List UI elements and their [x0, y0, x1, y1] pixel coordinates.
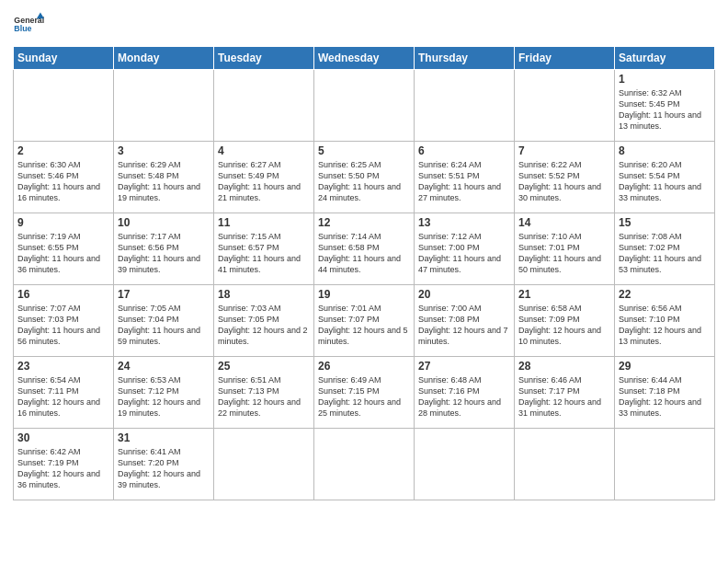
weekday-header-tuesday: Tuesday [214, 47, 314, 70]
day-number: 23 [17, 360, 109, 373]
day-info: Sunrise: 6:25 AM Sunset: 5:50 PM Dayligh… [318, 159, 410, 204]
day-number: 2 [17, 144, 109, 157]
calendar-week-3: 9Sunrise: 7:19 AM Sunset: 6:55 PM Daylig… [14, 213, 715, 285]
calendar-cell: 7Sunrise: 6:22 AM Sunset: 5:52 PM Daylig… [515, 142, 615, 213]
day-number: 21 [518, 288, 610, 301]
day-number: 1 [619, 73, 711, 86]
calendar-week-2: 2Sunrise: 6:30 AM Sunset: 5:46 PM Daylig… [14, 142, 715, 213]
calendar-cell: 18Sunrise: 7:03 AM Sunset: 7:05 PM Dayli… [214, 285, 314, 357]
day-info: Sunrise: 6:29 AM Sunset: 5:48 PM Dayligh… [118, 159, 210, 204]
day-number: 25 [218, 360, 310, 373]
day-number: 15 [619, 216, 711, 229]
calendar-cell [314, 429, 415, 500]
day-info: Sunrise: 7:15 AM Sunset: 6:57 PM Dayligh… [218, 231, 310, 276]
day-number: 7 [518, 144, 610, 157]
day-number: 13 [418, 216, 510, 229]
day-info: Sunrise: 6:20 AM Sunset: 5:54 PM Dayligh… [619, 159, 711, 204]
calendar-cell: 3Sunrise: 6:29 AM Sunset: 5:48 PM Daylig… [114, 142, 214, 213]
weekday-header-friday: Friday [515, 47, 615, 70]
calendar-cell: 24Sunrise: 6:53 AM Sunset: 7:12 PM Dayli… [114, 357, 214, 429]
day-number: 3 [118, 144, 210, 157]
calendar-cell: 29Sunrise: 6:44 AM Sunset: 7:18 PM Dayli… [615, 357, 715, 429]
day-info: Sunrise: 7:10 AM Sunset: 7:01 PM Dayligh… [518, 231, 610, 276]
calendar-cell: 10Sunrise: 7:17 AM Sunset: 6:56 PM Dayli… [114, 213, 214, 285]
calendar-week-1: 1Sunrise: 6:32 AM Sunset: 5:45 PM Daylig… [14, 70, 715, 142]
day-number: 6 [418, 144, 510, 157]
day-info: Sunrise: 7:12 AM Sunset: 7:00 PM Dayligh… [418, 231, 510, 276]
calendar-cell: 4Sunrise: 6:27 AM Sunset: 5:49 PM Daylig… [214, 142, 314, 213]
calendar-cell: 20Sunrise: 7:00 AM Sunset: 7:08 PM Dayli… [415, 285, 515, 357]
day-info: Sunrise: 7:19 AM Sunset: 6:55 PM Dayligh… [17, 231, 109, 276]
calendar-cell: 11Sunrise: 7:15 AM Sunset: 6:57 PM Dayli… [214, 213, 314, 285]
calendar-cell: 25Sunrise: 6:51 AM Sunset: 7:13 PM Dayli… [214, 357, 314, 429]
calendar-cell: 28Sunrise: 6:46 AM Sunset: 7:17 PM Dayli… [515, 357, 615, 429]
day-info: Sunrise: 6:48 AM Sunset: 7:16 PM Dayligh… [418, 374, 510, 419]
day-number: 8 [619, 144, 711, 157]
calendar-cell: 12Sunrise: 7:14 AM Sunset: 6:58 PM Dayli… [314, 213, 415, 285]
calendar-cell: 15Sunrise: 7:08 AM Sunset: 7:02 PM Dayli… [615, 213, 715, 285]
day-info: Sunrise: 7:08 AM Sunset: 7:02 PM Dayligh… [619, 231, 711, 276]
day-info: Sunrise: 6:54 AM Sunset: 7:11 PM Dayligh… [17, 374, 109, 419]
calendar-cell: 1Sunrise: 6:32 AM Sunset: 5:45 PM Daylig… [615, 70, 715, 142]
day-info: Sunrise: 6:51 AM Sunset: 7:13 PM Dayligh… [218, 374, 310, 419]
day-info: Sunrise: 6:24 AM Sunset: 5:51 PM Dayligh… [418, 159, 510, 204]
day-info: Sunrise: 7:17 AM Sunset: 6:56 PM Dayligh… [118, 231, 210, 276]
calendar-cell: 17Sunrise: 7:05 AM Sunset: 7:04 PM Dayli… [114, 285, 214, 357]
day-number: 18 [218, 288, 310, 301]
day-number: 27 [418, 360, 510, 373]
calendar-cell [214, 429, 314, 500]
calendar-cell [515, 429, 615, 500]
calendar-cell: 14Sunrise: 7:10 AM Sunset: 7:01 PM Dayli… [515, 213, 615, 285]
calendar-cell: 21Sunrise: 6:58 AM Sunset: 7:09 PM Dayli… [515, 285, 615, 357]
calendar-cell: 2Sunrise: 6:30 AM Sunset: 5:46 PM Daylig… [14, 142, 114, 213]
calendar-cell [314, 70, 415, 142]
calendar-cell [415, 70, 515, 142]
day-info: Sunrise: 6:22 AM Sunset: 5:52 PM Dayligh… [518, 159, 610, 204]
calendar-cell [515, 70, 615, 142]
weekday-header-monday: Monday [114, 47, 214, 70]
calendar-cell: 8Sunrise: 6:20 AM Sunset: 5:54 PM Daylig… [615, 142, 715, 213]
calendar-cell: 6Sunrise: 6:24 AM Sunset: 5:51 PM Daylig… [415, 142, 515, 213]
day-number: 16 [17, 288, 109, 301]
calendar-cell: 9Sunrise: 7:19 AM Sunset: 6:55 PM Daylig… [14, 213, 114, 285]
day-info: Sunrise: 6:46 AM Sunset: 7:17 PM Dayligh… [518, 374, 610, 419]
calendar-cell [114, 70, 214, 142]
calendar-cell: 19Sunrise: 7:01 AM Sunset: 7:07 PM Dayli… [314, 285, 415, 357]
day-info: Sunrise: 6:42 AM Sunset: 7:19 PM Dayligh… [17, 446, 109, 491]
logo-area: General Blue [13, 9, 44, 40]
day-number: 17 [118, 288, 210, 301]
day-number: 29 [619, 360, 711, 373]
day-info: Sunrise: 7:14 AM Sunset: 6:58 PM Dayligh… [318, 231, 410, 276]
calendar-cell: 16Sunrise: 7:07 AM Sunset: 7:03 PM Dayli… [14, 285, 114, 357]
calendar-week-6: 30Sunrise: 6:42 AM Sunset: 7:19 PM Dayli… [14, 429, 715, 500]
calendar-week-5: 23Sunrise: 6:54 AM Sunset: 7:11 PM Dayli… [14, 357, 715, 429]
weekday-header-thursday: Thursday [415, 47, 515, 70]
calendar-cell [415, 429, 515, 500]
day-number: 20 [418, 288, 510, 301]
calendar-cell [14, 70, 114, 142]
day-number: 19 [318, 288, 410, 301]
page: General Blue SundayMondayTuesdayWednesda… [0, 0, 728, 508]
day-number: 22 [619, 288, 711, 301]
calendar-cell: 30Sunrise: 6:42 AM Sunset: 7:19 PM Dayli… [14, 429, 114, 500]
calendar-cell: 27Sunrise: 6:48 AM Sunset: 7:16 PM Dayli… [415, 357, 515, 429]
calendar-table: SundayMondayTuesdayWednesdayThursdayFrid… [13, 46, 715, 500]
calendar-cell: 22Sunrise: 6:56 AM Sunset: 7:10 PM Dayli… [615, 285, 715, 357]
header: General Blue [13, 9, 715, 40]
day-number: 12 [318, 216, 410, 229]
calendar-cell: 5Sunrise: 6:25 AM Sunset: 5:50 PM Daylig… [314, 142, 415, 213]
day-number: 28 [518, 360, 610, 373]
day-info: Sunrise: 7:07 AM Sunset: 7:03 PM Dayligh… [17, 303, 109, 348]
day-number: 9 [17, 216, 109, 229]
weekday-header-row: SundayMondayTuesdayWednesdayThursdayFrid… [14, 47, 715, 70]
day-number: 24 [118, 360, 210, 373]
calendar-cell [214, 70, 314, 142]
svg-text:Blue: Blue [14, 24, 31, 33]
calendar-cell: 31Sunrise: 6:41 AM Sunset: 7:20 PM Dayli… [114, 429, 214, 500]
day-info: Sunrise: 7:00 AM Sunset: 7:08 PM Dayligh… [418, 303, 510, 348]
day-info: Sunrise: 6:53 AM Sunset: 7:12 PM Dayligh… [118, 374, 210, 419]
calendar-cell: 13Sunrise: 7:12 AM Sunset: 7:00 PM Dayli… [415, 213, 515, 285]
day-info: Sunrise: 6:41 AM Sunset: 7:20 PM Dayligh… [118, 446, 210, 491]
calendar-cell [615, 429, 715, 500]
day-info: Sunrise: 7:05 AM Sunset: 7:04 PM Dayligh… [118, 303, 210, 348]
